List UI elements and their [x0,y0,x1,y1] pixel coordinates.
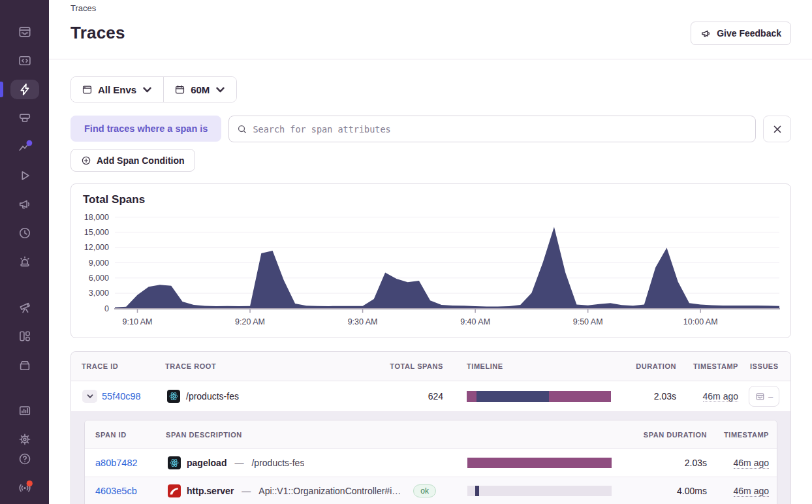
plus-circle-icon [81,155,91,166]
search-row: Find traces where a span is [70,116,791,142]
column-header-timeline: TIMELINE [443,362,611,370]
expand-trace-button[interactable] [82,390,97,403]
span-op: pageload [187,458,226,468]
play-icon [18,168,32,183]
sidebar-item-dashboards[interactable] [10,108,39,128]
column-header-duration: DURATION [611,362,676,370]
span-status-badge: ok [413,484,436,497]
trace-id-link[interactable]: 55f40c98 [102,391,141,402]
sidebar-item-stats[interactable] [10,401,39,420]
lightning-icon [18,82,32,97]
notification-dot-red [26,480,32,486]
svg-text:10:00 AM: 10:00 AM [683,317,718,326]
trace-row: 55f40c98 /products-fes [71,381,790,412]
column-header-trace-id: TRACE ID [71,362,165,370]
projector-icon [18,111,32,125]
svg-text:9:20 AM: 9:20 AM [235,317,265,326]
gear-icon [18,432,32,447]
total-spans-chart-card: Total Spans 03,0006,0009,00012,00015,000… [70,183,791,338]
chevron-down-icon [215,84,226,95]
active-indicator [0,82,3,97]
megaphone-icon [18,197,32,212]
filter-bar: All Envs 60M [70,76,237,102]
search-input[interactable] [253,124,747,134]
issues-icon [18,25,32,39]
react-icon [167,390,180,403]
archive-box-icon [18,358,32,372]
svg-text:9:10 AM: 9:10 AM [123,317,153,326]
calendar-icon [174,84,185,95]
sidebar-nav [0,22,49,449]
clock-icon [18,226,32,240]
separator: — [242,486,251,496]
column-header-span-timestamp: TIMESTAMP [707,431,777,439]
close-icon [772,124,783,134]
sidebar-item-explore[interactable] [10,80,39,99]
column-header-span-duration: SPAN DURATION [625,431,707,439]
chevron-down-icon [86,392,94,400]
span-row: 4603e5cb http.server — Api::V1::Organiza… [85,477,777,504]
time-period-filter[interactable]: 60M [163,77,236,102]
sidebar-item-discover[interactable] [10,298,39,317]
sidebar-item-boards[interactable] [10,326,39,346]
issues-icon [755,392,765,402]
sidebar [0,0,49,504]
line-chart-icon [18,140,32,154]
span-timestamp[interactable]: 46m ago [734,486,769,497]
traces-table: TRACE ID TRACE ROOT TOTAL SPANS TIMELINE… [70,351,791,504]
span-timestamp[interactable]: 46m ago [734,458,769,469]
telescope-icon [18,300,32,315]
svg-text:9:50 AM: 9:50 AM [573,317,603,326]
spans-table: SPAN ID SPAN DESCRIPTION SPAN DURATION T… [84,420,777,504]
spans-table-header: SPAN ID SPAN DESCRIPTION SPAN DURATION T… [85,420,777,449]
breadcrumb[interactable]: Traces [70,3,791,14]
svg-text:3,000: 3,000 [89,289,109,298]
separator: — [234,458,243,468]
help-button[interactable] [10,449,39,469]
span-op: http.server [187,486,234,496]
sidebar-item-alerts[interactable] [10,252,39,272]
span-duration-bar [467,458,612,468]
sidebar-item-settings[interactable] [10,430,39,449]
code-folder-icon [18,54,32,68]
whats-new-button[interactable] [10,478,39,497]
total-spans-value: 624 [374,391,443,402]
layout-icon [18,329,32,343]
page-title: Traces [70,23,791,43]
trace-timestamp[interactable]: 46m ago [703,391,738,402]
span-id-link[interactable]: 4603e5cb [95,486,137,496]
sidebar-item-insights[interactable] [10,137,39,157]
search-box [228,116,756,142]
search-icon [237,124,247,134]
trace-timeline-bar [467,391,611,402]
react-icon [168,456,181,469]
broadcast-icon [18,480,32,495]
siren-icon [18,255,32,269]
svg-text:9:30 AM: 9:30 AM [348,317,378,326]
column-header-span-description: SPAN DESCRIPTION [166,431,467,439]
sidebar-item-feedback[interactable] [10,195,39,214]
environment-filter[interactable]: All Envs [71,77,163,102]
trace-issues-button[interactable]: – [749,386,779,407]
give-feedback-button[interactable]: Give Feedback [691,22,791,45]
span-id-link[interactable]: a80b7482 [95,458,138,468]
sidebar-item-issues[interactable] [10,22,39,42]
sidebar-item-projects[interactable] [10,51,39,71]
sidebar-item-replays[interactable] [10,166,39,185]
svg-text:9:40 AM: 9:40 AM [460,317,490,326]
give-feedback-label: Give Feedback [717,28,781,39]
svg-text:9,000: 9,000 [89,259,109,268]
add-span-condition-label: Add Span Condition [97,155,185,166]
expanded-trace-panel: SPAN ID SPAN DESCRIPTION SPAN DURATION T… [71,412,790,504]
where-condition-label: Find traces where a span is [70,116,221,142]
clear-search-button[interactable] [763,116,791,142]
add-span-condition-button[interactable]: Add Span Condition [70,149,195,172]
bar-chart-icon [18,403,32,418]
sidebar-item-archive[interactable] [10,355,39,375]
column-header-timestamp: TIMESTAMP [676,362,749,370]
span-duration-value: 4.00ms [625,486,707,496]
span-duration-value: 2.03s [625,458,707,468]
svg-text:15,000: 15,000 [84,228,109,237]
column-header-total-spans: TOTAL SPANS [374,362,443,370]
sidebar-item-history[interactable] [10,223,39,243]
